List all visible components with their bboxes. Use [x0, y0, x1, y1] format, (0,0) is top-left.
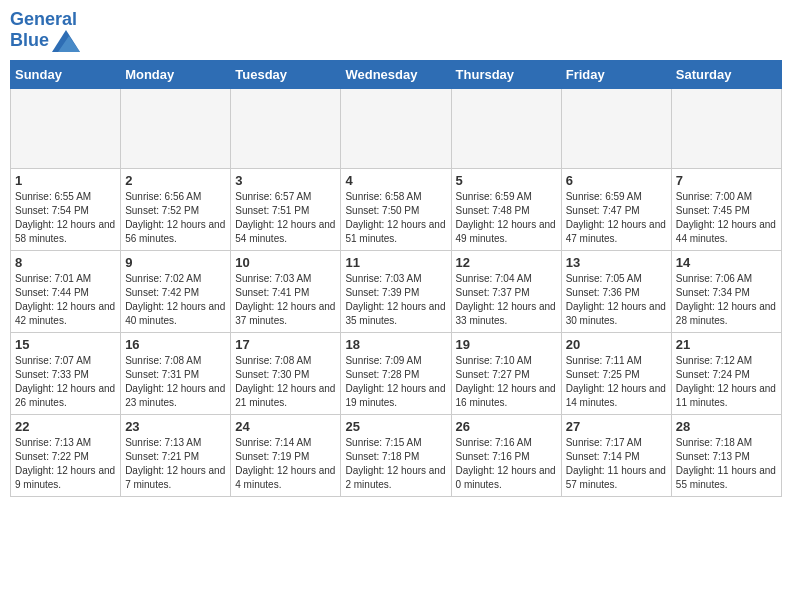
day-number: 4 — [345, 173, 446, 188]
calendar-cell: 12Sunrise: 7:04 AMSunset: 7:37 PMDayligh… — [451, 250, 561, 332]
calendar-cell — [451, 88, 561, 168]
day-of-week-header: Saturday — [671, 60, 781, 88]
calendar-cell — [671, 88, 781, 168]
cell-info: Sunrise: 7:01 AMSunset: 7:44 PMDaylight:… — [15, 272, 116, 328]
day-number: 10 — [235, 255, 336, 270]
cell-info: Sunrise: 7:11 AMSunset: 7:25 PMDaylight:… — [566, 354, 667, 410]
calendar-cell: 28Sunrise: 7:18 AMSunset: 7:13 PMDayligh… — [671, 414, 781, 496]
day-number: 27 — [566, 419, 667, 434]
cell-info: Sunrise: 7:15 AMSunset: 7:18 PMDaylight:… — [345, 436, 446, 492]
cell-info: Sunrise: 7:08 AMSunset: 7:30 PMDaylight:… — [235, 354, 336, 410]
day-number: 22 — [15, 419, 116, 434]
cell-info: Sunrise: 6:57 AMSunset: 7:51 PMDaylight:… — [235, 190, 336, 246]
calendar-cell: 23Sunrise: 7:13 AMSunset: 7:21 PMDayligh… — [121, 414, 231, 496]
day-number: 28 — [676, 419, 777, 434]
cell-info: Sunrise: 7:18 AMSunset: 7:13 PMDaylight:… — [676, 436, 777, 492]
day-number: 2 — [125, 173, 226, 188]
day-number: 23 — [125, 419, 226, 434]
calendar-week-row: 22Sunrise: 7:13 AMSunset: 7:22 PMDayligh… — [11, 414, 782, 496]
day-number: 8 — [15, 255, 116, 270]
cell-info: Sunrise: 7:17 AMSunset: 7:14 PMDaylight:… — [566, 436, 667, 492]
cell-info: Sunrise: 7:08 AMSunset: 7:31 PMDaylight:… — [125, 354, 226, 410]
day-number: 12 — [456, 255, 557, 270]
day-number: 19 — [456, 337, 557, 352]
calendar-cell: 27Sunrise: 7:17 AMSunset: 7:14 PMDayligh… — [561, 414, 671, 496]
calendar-cell: 14Sunrise: 7:06 AMSunset: 7:34 PMDayligh… — [671, 250, 781, 332]
calendar-cell — [121, 88, 231, 168]
cell-info: Sunrise: 7:00 AMSunset: 7:45 PMDaylight:… — [676, 190, 777, 246]
cell-info: Sunrise: 6:56 AMSunset: 7:52 PMDaylight:… — [125, 190, 226, 246]
calendar-cell: 10Sunrise: 7:03 AMSunset: 7:41 PMDayligh… — [231, 250, 341, 332]
day-of-week-header: Thursday — [451, 60, 561, 88]
day-number: 13 — [566, 255, 667, 270]
calendar-cell: 1Sunrise: 6:55 AMSunset: 7:54 PMDaylight… — [11, 168, 121, 250]
calendar-cell: 13Sunrise: 7:05 AMSunset: 7:36 PMDayligh… — [561, 250, 671, 332]
calendar-cell: 24Sunrise: 7:14 AMSunset: 7:19 PMDayligh… — [231, 414, 341, 496]
calendar-body: 1Sunrise: 6:55 AMSunset: 7:54 PMDaylight… — [11, 88, 782, 496]
cell-info: Sunrise: 6:59 AMSunset: 7:48 PMDaylight:… — [456, 190, 557, 246]
cell-info: Sunrise: 7:12 AMSunset: 7:24 PMDaylight:… — [676, 354, 777, 410]
calendar-week-row: 15Sunrise: 7:07 AMSunset: 7:33 PMDayligh… — [11, 332, 782, 414]
day-number: 26 — [456, 419, 557, 434]
calendar-header-row: SundayMondayTuesdayWednesdayThursdayFrid… — [11, 60, 782, 88]
calendar-cell: 5Sunrise: 6:59 AMSunset: 7:48 PMDaylight… — [451, 168, 561, 250]
logo-icon — [52, 30, 80, 52]
calendar-cell: 7Sunrise: 7:00 AMSunset: 7:45 PMDaylight… — [671, 168, 781, 250]
day-number: 17 — [235, 337, 336, 352]
day-number: 5 — [456, 173, 557, 188]
day-number: 25 — [345, 419, 446, 434]
calendar-cell: 19Sunrise: 7:10 AMSunset: 7:27 PMDayligh… — [451, 332, 561, 414]
calendar-cell: 6Sunrise: 6:59 AMSunset: 7:47 PMDaylight… — [561, 168, 671, 250]
calendar-week-row: 8Sunrise: 7:01 AMSunset: 7:44 PMDaylight… — [11, 250, 782, 332]
calendar-cell: 4Sunrise: 6:58 AMSunset: 7:50 PMDaylight… — [341, 168, 451, 250]
calendar-table: SundayMondayTuesdayWednesdayThursdayFrid… — [10, 60, 782, 497]
calendar-cell: 9Sunrise: 7:02 AMSunset: 7:42 PMDaylight… — [121, 250, 231, 332]
day-number: 6 — [566, 173, 667, 188]
calendar-cell — [561, 88, 671, 168]
day-of-week-header: Monday — [121, 60, 231, 88]
logo-text-blue: Blue — [10, 31, 49, 51]
day-number: 24 — [235, 419, 336, 434]
cell-info: Sunrise: 7:10 AMSunset: 7:27 PMDaylight:… — [456, 354, 557, 410]
day-number: 18 — [345, 337, 446, 352]
calendar-cell: 17Sunrise: 7:08 AMSunset: 7:30 PMDayligh… — [231, 332, 341, 414]
calendar-cell: 2Sunrise: 6:56 AMSunset: 7:52 PMDaylight… — [121, 168, 231, 250]
calendar-cell: 8Sunrise: 7:01 AMSunset: 7:44 PMDaylight… — [11, 250, 121, 332]
cell-info: Sunrise: 7:07 AMSunset: 7:33 PMDaylight:… — [15, 354, 116, 410]
calendar-cell — [341, 88, 451, 168]
calendar-cell: 22Sunrise: 7:13 AMSunset: 7:22 PMDayligh… — [11, 414, 121, 496]
day-of-week-header: Friday — [561, 60, 671, 88]
day-number: 16 — [125, 337, 226, 352]
calendar-cell: 20Sunrise: 7:11 AMSunset: 7:25 PMDayligh… — [561, 332, 671, 414]
cell-info: Sunrise: 6:59 AMSunset: 7:47 PMDaylight:… — [566, 190, 667, 246]
cell-info: Sunrise: 7:16 AMSunset: 7:16 PMDaylight:… — [456, 436, 557, 492]
cell-info: Sunrise: 6:55 AMSunset: 7:54 PMDaylight:… — [15, 190, 116, 246]
cell-info: Sunrise: 7:02 AMSunset: 7:42 PMDaylight:… — [125, 272, 226, 328]
cell-info: Sunrise: 7:04 AMSunset: 7:37 PMDaylight:… — [456, 272, 557, 328]
logo: General Blue — [10, 10, 80, 52]
day-number: 14 — [676, 255, 777, 270]
day-number: 20 — [566, 337, 667, 352]
cell-info: Sunrise: 6:58 AMSunset: 7:50 PMDaylight:… — [345, 190, 446, 246]
calendar-cell: 25Sunrise: 7:15 AMSunset: 7:18 PMDayligh… — [341, 414, 451, 496]
day-number: 7 — [676, 173, 777, 188]
day-number: 21 — [676, 337, 777, 352]
calendar-cell: 15Sunrise: 7:07 AMSunset: 7:33 PMDayligh… — [11, 332, 121, 414]
calendar-cell — [11, 88, 121, 168]
cell-info: Sunrise: 7:03 AMSunset: 7:39 PMDaylight:… — [345, 272, 446, 328]
cell-info: Sunrise: 7:13 AMSunset: 7:22 PMDaylight:… — [15, 436, 116, 492]
calendar-cell: 11Sunrise: 7:03 AMSunset: 7:39 PMDayligh… — [341, 250, 451, 332]
day-number: 3 — [235, 173, 336, 188]
day-of-week-header: Sunday — [11, 60, 121, 88]
cell-info: Sunrise: 7:05 AMSunset: 7:36 PMDaylight:… — [566, 272, 667, 328]
cell-info: Sunrise: 7:09 AMSunset: 7:28 PMDaylight:… — [345, 354, 446, 410]
logo-text: General — [10, 10, 80, 30]
calendar-cell: 3Sunrise: 6:57 AMSunset: 7:51 PMDaylight… — [231, 168, 341, 250]
cell-info: Sunrise: 7:13 AMSunset: 7:21 PMDaylight:… — [125, 436, 226, 492]
calendar-week-row: 1Sunrise: 6:55 AMSunset: 7:54 PMDaylight… — [11, 168, 782, 250]
day-number: 15 — [15, 337, 116, 352]
calendar-cell: 16Sunrise: 7:08 AMSunset: 7:31 PMDayligh… — [121, 332, 231, 414]
calendar-cell — [231, 88, 341, 168]
calendar-cell: 26Sunrise: 7:16 AMSunset: 7:16 PMDayligh… — [451, 414, 561, 496]
cell-info: Sunrise: 7:14 AMSunset: 7:19 PMDaylight:… — [235, 436, 336, 492]
